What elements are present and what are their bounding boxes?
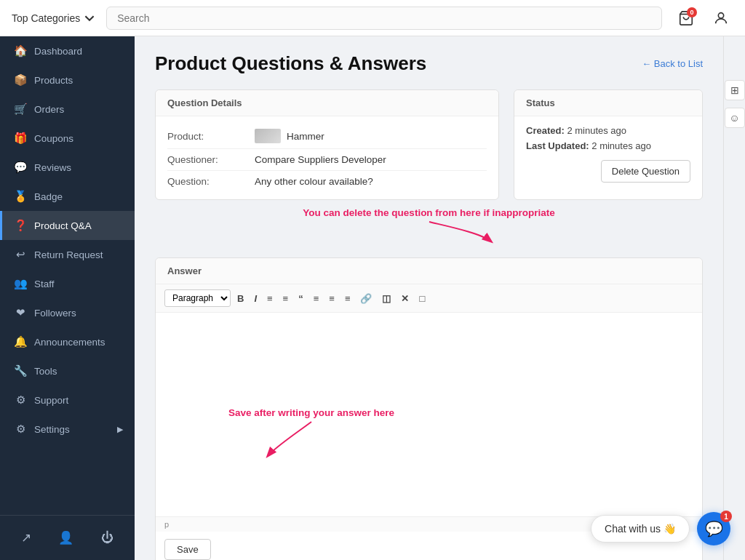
- cart-icon-button[interactable]: 0: [674, 6, 698, 31]
- remove-format-button[interactable]: ✕: [397, 291, 413, 306]
- bold-button[interactable]: B: [234, 291, 247, 306]
- coupons-icon: 🎁: [14, 132, 27, 145]
- editor-body[interactable]: Save after writing your answer here: [156, 313, 702, 516]
- followers-icon: ❤: [14, 306, 27, 319]
- account-icon-button[interactable]: [709, 6, 733, 31]
- top-categories-label: Top Categories: [12, 12, 80, 24]
- created-row: Created: 2 minutes ago: [526, 125, 690, 136]
- top-categories-button[interactable]: Top Categories: [12, 12, 95, 24]
- sidebar-label-return-request: Return Request: [34, 249, 103, 260]
- search-input[interactable]: [106, 7, 662, 30]
- save-annotation-arrow: [253, 418, 370, 462]
- sidebar-item-support[interactable]: ⚙ Support: [0, 385, 135, 415]
- sidebar-label-settings: Settings: [34, 424, 70, 435]
- unordered-list-button[interactable]: ≡: [263, 291, 276, 306]
- blockquote-button[interactable]: “: [295, 291, 307, 306]
- smiley-icon-button[interactable]: ☺: [725, 108, 745, 128]
- align-right-button[interactable]: ≡: [341, 291, 354, 306]
- tools-icon: 🔧: [14, 364, 27, 377]
- italic-button[interactable]: I: [250, 291, 260, 306]
- status-body: Created: 2 minutes ago Last Updated: 2 m…: [514, 116, 702, 191]
- questioner-label: Questioner:: [167, 154, 255, 165]
- sidebar-item-product-qa[interactable]: ❓ Product Q&A: [0, 211, 135, 240]
- chat-bubble[interactable]: Chat with us 👋: [591, 515, 690, 543]
- sidebar-label-followers: Followers: [34, 308, 76, 319]
- delete-btn-wrap: Delete Question: [526, 160, 690, 183]
- delete-question-button[interactable]: Delete Question: [601, 160, 690, 183]
- power-icon[interactable]: ⏻: [97, 527, 118, 550]
- products-icon: 📦: [14, 73, 27, 87]
- source-button[interactable]: □: [415, 291, 429, 306]
- sidebar-label-coupons: Coupons: [34, 133, 73, 144]
- external-link-icon[interactable]: ↗: [17, 526, 36, 550]
- orders-icon: 🛒: [14, 103, 27, 116]
- sidebar-label-orders: Orders: [34, 104, 64, 115]
- questioner-detail-row: Questioner: Compare Suppliers Developer: [167, 149, 487, 171]
- delete-annotation-arrow: [356, 218, 502, 247]
- product-thumbnail: [255, 129, 281, 143]
- save-button[interactable]: Save: [164, 539, 211, 560]
- sidebar-label-dashboard: Dashboard: [34, 46, 82, 57]
- status-header: Status: [514, 90, 702, 116]
- chat-button[interactable]: 💬 1: [697, 512, 730, 545]
- created-label: Created:: [526, 125, 565, 136]
- product-name: Hammer: [287, 131, 324, 142]
- sidebar-label-announcements: Announcements: [34, 337, 105, 348]
- sidebar-label-support: Support: [34, 395, 68, 406]
- sidebar-footer: ↗ 👤 ⏻: [0, 515, 135, 560]
- table-button[interactable]: ◫: [378, 291, 394, 306]
- sidebar-item-tools[interactable]: 🔧 Tools: [0, 356, 135, 385]
- sidebar-item-badge[interactable]: 🏅 Badge: [0, 182, 135, 211]
- last-updated-label: Last Updated:: [526, 140, 589, 151]
- main-content: Product Questions & Answers ← Back to Li…: [135, 36, 723, 560]
- grid-icon-button[interactable]: ⊞: [725, 80, 745, 100]
- created-value: 2 minutes ago: [567, 125, 626, 136]
- settings-icon: ⚙: [14, 423, 27, 436]
- align-center-button[interactable]: ≡: [325, 291, 338, 306]
- reviews-icon: 💬: [14, 161, 27, 174]
- return-request-icon: ↩: [14, 248, 27, 261]
- align-left-button[interactable]: ≡: [310, 291, 323, 306]
- sidebar-item-orders[interactable]: 🛒 Orders: [0, 95, 135, 124]
- delete-annotation-text: You can delete the question from here if…: [303, 207, 554, 218]
- question-details-card: Question Details Product: Hammer Questio…: [155, 89, 499, 200]
- back-to-list-link[interactable]: ← Back to List: [642, 58, 703, 69]
- question-value: Any other colour available?: [255, 176, 373, 187]
- sidebar-item-products[interactable]: 📦 Products: [0, 65, 135, 95]
- staff-icon: 👥: [14, 277, 27, 290]
- sidebar-item-followers[interactable]: ❤ Followers: [0, 298, 135, 327]
- ordered-list-button[interactable]: ≡: [279, 291, 292, 306]
- product-qa-icon: ❓: [14, 219, 27, 232]
- sidebar-item-staff[interactable]: 👥 Staff: [0, 269, 135, 298]
- sidebar-item-coupons[interactable]: 🎁 Coupons: [0, 124, 135, 153]
- question-details-body: Product: Hammer Questioner: Compare Supp…: [156, 116, 498, 199]
- sidebar-item-announcements[interactable]: 🔔 Announcements: [0, 327, 135, 356]
- sidebar: 🏠 Dashboard 📦 Products 🛒 Orders 🎁 Coupon…: [0, 36, 135, 560]
- last-updated-value: 2 minutes ago: [591, 140, 651, 151]
- settings-arrow-icon: ▶: [117, 425, 123, 434]
- product-label: Product:: [167, 131, 255, 142]
- sidebar-item-reviews[interactable]: 💬 Reviews: [0, 153, 135, 182]
- question-details-header: Question Details: [156, 90, 498, 116]
- layout: 🏠 Dashboard 📦 Products 🛒 Orders 🎁 Coupon…: [0, 36, 745, 560]
- cart-badge: 0: [687, 7, 697, 17]
- questioner-value: Compare Suppliers Developer: [255, 154, 386, 165]
- nav-icons: 0: [674, 6, 733, 31]
- sidebar-label-product-qa: Product Q&A: [34, 220, 92, 231]
- sidebar-item-return-request[interactable]: ↩ Return Request: [0, 240, 135, 269]
- sidebar-label-staff: Staff: [34, 279, 55, 289]
- link-button[interactable]: 🔗: [356, 291, 375, 306]
- user-circle-icon[interactable]: 👤: [54, 526, 78, 550]
- chat-badge: 1: [720, 511, 732, 522]
- page-header: Product Questions & Answers ← Back to Li…: [155, 52, 703, 75]
- sidebar-label-products: Products: [34, 75, 73, 86]
- top-nav: Top Categories 0: [0, 0, 745, 36]
- last-updated-row: Last Updated: 2 minutes ago: [526, 140, 690, 151]
- chat-button-icon: 💬: [705, 520, 723, 537]
- sidebar-item-settings[interactable]: ⚙ Settings ▶: [0, 415, 135, 444]
- sidebar-item-dashboard[interactable]: 🏠 Dashboard: [0, 36, 135, 65]
- save-annotation-text: Save after writing your answer here: [228, 407, 394, 418]
- paragraph-select[interactable]: Paragraph: [164, 289, 231, 307]
- sidebar-label-tools: Tools: [34, 366, 57, 377]
- editor-toolbar: Paragraph B I ≡ ≡ “ ≡ ≡ ≡ 🔗 ◫ ✕ □: [156, 284, 702, 313]
